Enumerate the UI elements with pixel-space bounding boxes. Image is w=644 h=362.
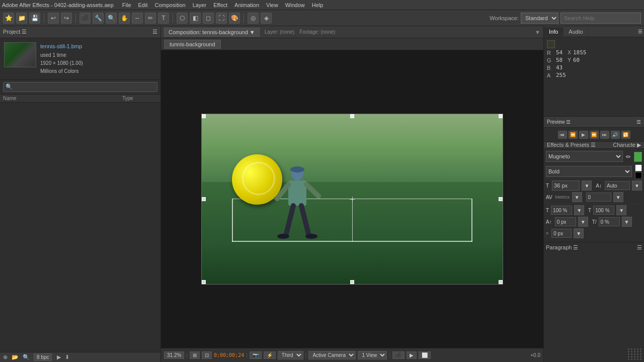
tool-btn-14[interactable]: ◈ xyxy=(261,13,272,24)
vertical-scale-input[interactable] xyxy=(551,206,572,215)
tool-btn-10[interactable]: ◻ xyxy=(203,13,214,24)
font-pencil-icon[interactable]: ✏ xyxy=(626,153,631,160)
fill-color[interactable] xyxy=(634,152,642,162)
handle-bottom-right[interactable] xyxy=(499,280,503,284)
import-icon[interactable]: ⬇ xyxy=(65,354,69,360)
handle-top-right[interactable] xyxy=(499,114,503,118)
handle-bottom-mid[interactable] xyxy=(350,280,354,284)
project-menu-icon[interactable]: ☰ xyxy=(152,29,157,35)
render-queue-icon[interactable]: ▶ xyxy=(57,354,61,360)
view-mode-select[interactable]: Third xyxy=(278,351,303,359)
menu-help[interactable]: Help xyxy=(308,1,327,9)
tool-btn-3[interactable]: 🔍 xyxy=(106,13,117,24)
character-tab[interactable]: Charucte ▶ xyxy=(613,142,641,148)
tool-btn-12[interactable]: 🎨 xyxy=(229,13,240,24)
new-btn[interactable]: ⭐ xyxy=(3,13,14,24)
player-figure xyxy=(272,163,323,254)
baseline-input[interactable] xyxy=(555,217,576,226)
horizontal-scale-input[interactable] xyxy=(593,206,614,215)
grid-btn[interactable]: ⊡ xyxy=(202,351,212,359)
undo-btn[interactable]: ↩ xyxy=(48,13,59,24)
skip-end-btn[interactable]: ⏭ xyxy=(600,131,609,139)
snap-btn[interactable]: ⊞ xyxy=(190,351,200,359)
redo-btn[interactable]: ↪ xyxy=(61,13,72,24)
step-back-btn[interactable]: ⏪ xyxy=(569,131,578,139)
skew-input[interactable] xyxy=(599,217,620,226)
tracking-input[interactable] xyxy=(586,193,611,202)
menu-view[interactable]: View xyxy=(263,1,282,9)
tool-btn-11[interactable]: ⛶ xyxy=(216,13,227,24)
baseline-stepper[interactable]: ▼ xyxy=(578,217,588,227)
open-btn[interactable]: 📁 xyxy=(16,13,27,24)
tool-btn-1[interactable]: ⬛ xyxy=(79,13,91,24)
leading-input[interactable] xyxy=(605,181,630,190)
font-style-select[interactable]: Bold xyxy=(546,166,632,177)
tool-btn-2[interactable]: 🔧 xyxy=(93,13,104,24)
menu-effect[interactable]: Effect xyxy=(210,1,231,9)
menu-window[interactable]: Window xyxy=(282,1,308,9)
skip-start-btn[interactable]: ⏮ xyxy=(558,131,567,139)
tool-btn-9[interactable]: ◧ xyxy=(190,13,201,24)
handle-mid-right[interactable] xyxy=(499,197,503,201)
indent-input[interactable] xyxy=(551,229,572,238)
hs-stepper[interactable]: ▼ xyxy=(616,205,626,215)
tracking-stepper[interactable]: ▼ xyxy=(572,192,582,202)
opengl-btn[interactable]: ⬜ xyxy=(419,351,431,359)
kerning-stepper[interactable]: ▼ xyxy=(613,192,623,202)
tool-btn-6[interactable]: ✏ xyxy=(145,13,156,24)
workspace-select[interactable]: Standard xyxy=(521,13,558,24)
menu-layer[interactable]: Layer xyxy=(189,1,210,9)
skew-stepper[interactable]: ▼ xyxy=(622,217,632,227)
tab-info[interactable]: Info xyxy=(544,27,564,36)
panel-menu-icon[interactable]: ☰ xyxy=(636,27,644,36)
paragraph-menu[interactable]: ☰ xyxy=(637,244,642,251)
font-size-input[interactable] xyxy=(552,180,580,191)
play-btn[interactable]: ▶ xyxy=(579,131,588,139)
font-size-stepper[interactable]: ▼ xyxy=(582,180,592,191)
font-select[interactable]: Mugneto xyxy=(546,151,623,162)
handle-mid-left[interactable] xyxy=(202,197,206,201)
dot-21 xyxy=(631,358,632,360)
bpc-button[interactable]: 8 bpc xyxy=(34,353,52,361)
stroke-color[interactable] xyxy=(635,164,642,171)
menu-file[interactable]: File xyxy=(119,1,135,9)
search-icon-bottom[interactable]: 🔍 xyxy=(23,354,30,360)
fast-preview-btn[interactable]: ⚡ xyxy=(264,351,276,359)
handle-top-mid[interactable] xyxy=(350,114,354,118)
bg-color[interactable] xyxy=(635,172,642,179)
handle-top-left[interactable] xyxy=(202,114,206,118)
tool-btn-4[interactable]: ✋ xyxy=(119,13,130,24)
comp-options-icon[interactable]: ▼ xyxy=(535,29,540,35)
vs-stepper[interactable]: ▼ xyxy=(574,205,584,215)
views-select[interactable]: 1 View xyxy=(358,351,387,359)
search-help-input[interactable] xyxy=(560,13,641,24)
preview-panel-menu[interactable]: ☰ xyxy=(636,119,641,125)
save-btn[interactable]: 💾 xyxy=(29,13,40,24)
handle-bottom-left[interactable] xyxy=(202,280,206,284)
new-item-icon[interactable]: ⊕ xyxy=(3,354,8,360)
export-btn[interactable]: ⬛ xyxy=(392,351,405,359)
menu-edit[interactable]: Edit xyxy=(135,1,151,9)
font-size-row: T ▼ A↕ ▼ xyxy=(546,180,642,191)
comp-tab[interactable]: Composition: tennis-background ▼ xyxy=(164,28,260,37)
tool-btn-8[interactable]: ⬡ xyxy=(177,13,188,24)
render-btn[interactable]: ▶ xyxy=(407,351,417,359)
new-folder-icon[interactable]: 📂 xyxy=(12,354,19,360)
camera-icon[interactable]: 📷 xyxy=(250,351,262,359)
menu-composition[interactable]: Composition xyxy=(151,1,189,9)
dot-19 xyxy=(640,356,641,357)
tab-audio[interactable]: Audio xyxy=(564,27,588,36)
loop-btn[interactable]: 🔁 xyxy=(621,131,630,139)
tool-btn-7[interactable]: T xyxy=(158,13,169,24)
step-fwd-btn[interactable]: ⏩ xyxy=(590,131,599,139)
indent-stepper[interactable]: ▼ xyxy=(574,228,584,238)
tool-btn-5[interactable]: ↔ xyxy=(132,13,143,24)
leading-stepper[interactable]: ▼ xyxy=(632,180,642,191)
search-input[interactable] xyxy=(13,84,155,90)
camera-select[interactable]: Active Camera xyxy=(308,351,356,359)
menu-animation[interactable]: Animation xyxy=(231,1,263,9)
audio-btn[interactable]: 🔊 xyxy=(611,131,620,139)
tool-btn-13[interactable]: ◎ xyxy=(248,13,259,24)
viewer-tab[interactable]: tunnis-background xyxy=(164,40,221,49)
zoom-display[interactable]: 31.2% xyxy=(164,351,184,359)
